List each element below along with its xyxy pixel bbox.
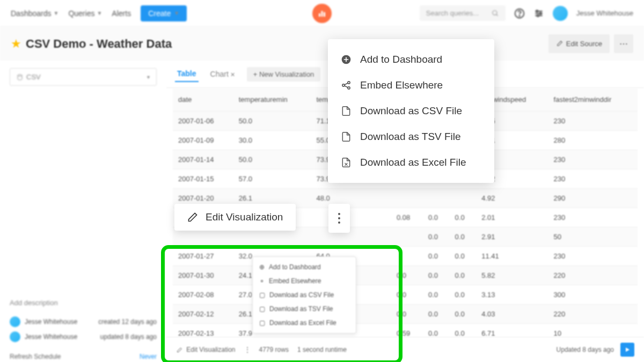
table-cell: 220 [548, 305, 638, 324]
chevron-down-icon: ▾ [147, 74, 150, 80]
file-icon: ▢ [259, 291, 265, 299]
column-header[interactable]: date [173, 88, 233, 112]
nav-queries[interactable]: Queries▼ [68, 9, 102, 18]
table-cell: 0.0 [391, 305, 423, 324]
table-cell: 0.0 [423, 227, 450, 247]
menu-item[interactable]: ▢Download as Excel File [253, 316, 356, 330]
run-button[interactable] [620, 343, 634, 357]
footer-bar: Edit Visualization ⋮ 4779 rows 1 second … [166, 337, 644, 362]
table-row: 2007-01-2732.064.00.00.011.41230 [173, 247, 638, 266]
table-cell: 2007-02-08 [173, 285, 233, 305]
avatar[interactable] [553, 6, 568, 21]
table-cell: 0.0 [450, 227, 477, 247]
search-input[interactable]: Search queries... [420, 5, 506, 21]
table-cell [391, 247, 423, 266]
table-cell: 0.0 [450, 305, 477, 324]
settings-icon[interactable] [533, 8, 544, 19]
table-cell: 50.0 [233, 112, 311, 131]
menu-item[interactable]: ⊕Add to Dashboard [253, 260, 356, 274]
help-icon[interactable] [514, 8, 525, 19]
avatar [10, 316, 20, 327]
kebab-menu-button[interactable] [328, 204, 350, 233]
kebab-icon[interactable]: ⋮ [244, 346, 251, 353]
edit-icon [176, 347, 182, 353]
add-description-link[interactable]: Add description [10, 299, 157, 307]
more-button[interactable]: ⋯ [614, 34, 633, 53]
edit-visualization-link[interactable]: Edit Visualization [176, 346, 236, 353]
menu-embed-elsewhere[interactable]: Embed Elsewhere [328, 72, 494, 98]
table-cell: 0.0 [423, 208, 450, 227]
datasource-select[interactable]: CSV ▾ [10, 68, 157, 86]
table-cell [391, 227, 423, 247]
table-cell [423, 189, 450, 208]
page-title: CSV Demo - Weather Data [26, 37, 172, 51]
table-row: 2007-02-0827.00.00.00.03.13300 [173, 285, 638, 305]
svg-rect-0 [319, 13, 320, 17]
table-cell: 0.0 [423, 305, 450, 324]
nav-dashboards[interactable]: Dashboards▼ [11, 9, 58, 18]
refresh-schedule-value[interactable]: Never [140, 353, 157, 360]
menu-download-excel[interactable]: Download as Excel File [328, 150, 494, 175]
file-icon: ▢ [259, 319, 265, 327]
create-button[interactable]: Create▼ [141, 5, 187, 21]
close-icon[interactable]: ✕ [230, 71, 235, 78]
svg-line-19 [345, 86, 348, 87]
table-cell: 2007-01-27 [173, 247, 233, 266]
table-cell: 50.0 [233, 150, 311, 169]
chevron-down-icon: ▼ [97, 10, 102, 16]
star-icon[interactable]: ★ [11, 37, 21, 51]
table-cell: 230 [548, 169, 638, 189]
sidebar: CSV ▾ Add description Jesse Whitehouse c… [0, 61, 166, 362]
file-excel-icon [341, 157, 352, 168]
logo-icon [312, 4, 332, 23]
menu-item[interactable]: ▢Download as CSV File [253, 288, 356, 302]
svg-point-13 [18, 75, 22, 76]
top-nav: Dashboards▼ Queries▼ Alerts Create▼ Sear… [0, 0, 644, 27]
plus-icon: ⊕ [259, 263, 265, 271]
menu-item[interactable]: ▢Download as TSV File [253, 302, 356, 316]
menu-add-to-dashboard[interactable]: Add to Dashboard [328, 47, 494, 72]
new-visualization-button[interactable]: + New Visualization [247, 67, 321, 82]
tab-chart[interactable]: Chart✕ [208, 67, 237, 82]
table-row: 2007-02-1226.10.00.00.04.03220 [173, 305, 638, 324]
refresh-schedule-label: Refresh Schedule [10, 353, 61, 360]
table-cell: 2.91 [476, 227, 548, 247]
table-cell: 2007-01-09 [173, 131, 233, 150]
svg-line-18 [345, 83, 348, 85]
tab-table[interactable]: Table [175, 66, 199, 82]
svg-line-4 [496, 14, 498, 16]
table-cell: 230 [548, 112, 638, 131]
table-cell: 230 [548, 150, 638, 169]
table-cell: 4.92 [476, 189, 548, 208]
column-header[interactable]: fastest2minwinddir [548, 88, 638, 112]
table-cell [450, 189, 477, 208]
username-label: Jesse Whitehouse [576, 9, 633, 17]
table-cell: 2007-01-06 [173, 112, 233, 131]
edit-source-button[interactable]: Edit Source [548, 34, 610, 53]
nav-alerts[interactable]: Alerts [112, 9, 131, 18]
column-header[interactable]: temperaturemin [233, 88, 311, 112]
play-icon [624, 346, 631, 353]
chevron-down-icon: ▼ [54, 10, 59, 16]
table-cell: 3.13 [476, 285, 548, 305]
table-cell: 290 [548, 189, 638, 208]
svg-point-6 [519, 15, 519, 16]
menu-item[interactable]: ⚬Embed Elsewhere [253, 274, 356, 288]
menu-download-tsv[interactable]: Download as TSV File [328, 124, 494, 150]
table-cell: 230 [548, 208, 638, 227]
chevron-down-icon: ▼ [174, 10, 179, 16]
table-cell: 48.0 [311, 189, 391, 208]
avatar [10, 331, 20, 342]
table-cell: 50 [548, 227, 638, 247]
meta-created: Jesse Whitehouse created 12 days ago [10, 316, 157, 327]
menu-download-csv[interactable]: Download as CSV File [328, 98, 494, 124]
table-cell: 0.0 [450, 247, 477, 266]
share-icon [341, 80, 352, 91]
database-icon [17, 74, 23, 80]
table-cell: 220 [548, 266, 638, 285]
table-cell: 280 [548, 131, 638, 150]
edit-visualization-button[interactable]: Edit Visualization [174, 204, 296, 231]
meta-updated: Jesse Whitehouse updated 8 days ago [10, 331, 157, 342]
table-cell: 0.0 [450, 285, 477, 305]
file-icon: ▢ [259, 305, 265, 313]
